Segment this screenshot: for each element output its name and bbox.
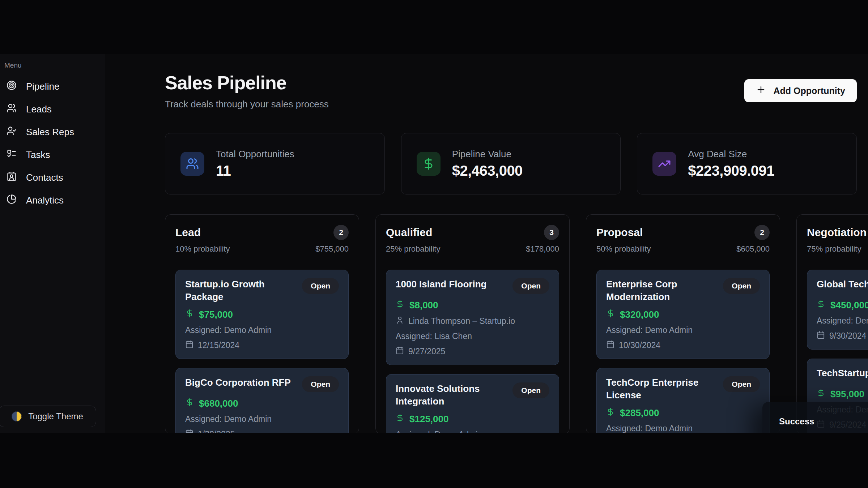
add-opportunity-button[interactable]: Add Opportunity [744,79,857,102]
page-title: Sales Pipeline [165,72,329,94]
card-title: 1000 Island Flooring [396,278,486,291]
opportunity-card[interactable]: Enterprise Corp Modernization Open $320,… [596,270,770,359]
plus-icon [756,85,766,97]
dollar-icon [817,300,825,311]
toast-title: Success [779,416,868,427]
card-amount: $680,000 [199,398,238,409]
card-assigned: Assigned: Demo Admin [185,414,272,424]
toggle-theme-button[interactable]: Toggle Theme [0,406,96,427]
status-badge: Open [723,278,760,294]
sidebar-item-analytics[interactable]: Analytics [4,189,100,212]
card-title: TechCorp Enterprise License [606,376,717,402]
dollar-icon [606,309,615,320]
column-lead: Lead 2 10% probability $755,000 Startup.… [165,214,359,433]
toast-success: Success [762,402,868,433]
user-check-icon [7,126,17,138]
card-contact: Linda Thompson – Startup.io [408,316,515,326]
opportunity-card[interactable]: Innovate Solutions Integration Open $125… [386,374,559,433]
card-amount: $125,000 [409,414,448,425]
column-name: Negotiation [807,226,867,239]
card-assigned: Assigned: Demo Admin [606,424,693,433]
contact-card-icon [7,171,17,184]
opportunity-card[interactable]: BigCo Corporation RFP Open $680,000 Assi… [175,368,349,433]
main-content: Sales Pipeline Track deals through your … [105,54,868,433]
kanban-board: Lead 2 10% probability $755,000 Startup.… [165,214,857,433]
status-badge: Open [512,382,549,398]
card-amount: $285,000 [620,407,659,419]
card-assigned: Assigned: Demo Admin [185,325,272,335]
status-badge: Open [302,278,339,294]
sidebar-item-contacts[interactable]: Contacts [4,166,100,189]
stat-card-total-opportunities: Total Opportunities 11 [165,133,385,194]
sidebar: Menu Pipeline Leads Sales Reps Tasks Con… [0,54,105,433]
stat-label: Pipeline Value [452,149,523,160]
stat-value: $2,463,000 [452,163,523,179]
card-amount: $320,000 [620,309,659,320]
card-assigned: Assigned: Lisa Chen [396,331,472,341]
dollar-icon [606,407,615,419]
sidebar-item-label: Leads [26,104,52,115]
status-badge: Open [723,376,760,392]
card-title: Startup.io Growth Package [185,278,296,303]
stat-label: Avg Deal Size [688,149,774,160]
card-amount: $75,000 [199,309,233,320]
card-amount: $450,000 [830,300,868,311]
sidebar-item-leads[interactable]: Leads [4,98,100,121]
opportunity-card[interactable]: TechCorp Enterprise License Open $285,00… [596,368,770,433]
toggle-theme-label: Toggle Theme [28,411,83,421]
sidebar-item-tasks[interactable]: Tasks [4,144,100,166]
stat-card-avg-deal-size: Avg Deal Size $223,909.091 [637,133,857,194]
column-probability: 25% probability [386,244,440,254]
last-quarter-moon-icon [12,411,22,421]
card-close-date: 9/27/2025 [408,347,445,356]
card-title: Enterprise Corp Modernization [606,278,717,303]
card-close-date: 12/15/2024 [198,341,239,350]
card-title: TechStartup Sales Tools [817,367,868,380]
trending-up-icon [652,152,676,176]
calendar-icon [185,429,193,433]
card-assigned: Assigned: Demo Admin [396,430,482,433]
target-icon [7,80,17,93]
column-total: $605,000 [736,244,770,254]
card-amount: $95,000 [830,389,864,400]
page-subtitle: Track deals through your sales process [165,99,329,110]
column-proposal: Proposal 2 50% probability $605,000 Ente… [586,214,780,433]
add-opportunity-label: Add Opportunity [773,86,845,96]
app-window: Menu Pipeline Leads Sales Reps Tasks Con… [0,54,868,433]
column-qualified: Qualified 3 25% probability $178,000 100… [375,214,570,433]
column-negotiation: Negotiation 75% probability Global Tech … [796,214,868,433]
opportunity-card[interactable]: Startup.io Growth Package Open $75,000 A… [175,270,349,359]
dollar-icon [817,389,825,400]
card-close-date: 9/30/2024 [829,331,866,341]
user-icon [396,316,404,326]
stat-value: $223,909.091 [688,163,774,179]
sidebar-item-label: Analytics [26,195,64,206]
column-total: $755,000 [315,244,349,254]
card-close-date: 10/30/2024 [619,341,660,350]
card-amount: $8,000 [409,300,438,311]
column-name: Lead [175,226,201,239]
column-probability: 75% probability [807,244,861,254]
calendar-icon [817,331,825,341]
calendar-icon [396,346,404,357]
status-badge: Open [512,278,549,294]
dollar-icon [185,398,194,409]
sidebar-section-label: Menu [4,61,100,69]
stats-row: Total Opportunities 11 Pipeline Value $2… [165,133,857,194]
dollar-icon [396,414,404,425]
opportunity-card[interactable]: Global Tech Open $450,000 Assigned: Demo… [807,270,868,350]
sidebar-item-label: Contacts [26,172,63,183]
sidebar-item-label: Pipeline [26,81,60,92]
column-name: Proposal [596,226,643,239]
card-assigned: Assigned: Demo Admin [606,325,693,335]
sidebar-item-pipeline[interactable]: Pipeline [4,75,100,98]
card-title: Global Tech [817,278,868,291]
stat-value: 11 [216,163,294,179]
calendar-icon [185,340,193,351]
calendar-icon [606,340,614,351]
users-icon [7,103,17,116]
card-title: BigCo Corporation RFP [185,376,291,389]
opportunity-card[interactable]: 1000 Island Flooring Open $8,000 Linda T… [386,270,559,365]
card-assigned: Assigned: Demo Admin [817,316,868,326]
sidebar-item-sales-reps[interactable]: Sales Reps [4,121,100,144]
